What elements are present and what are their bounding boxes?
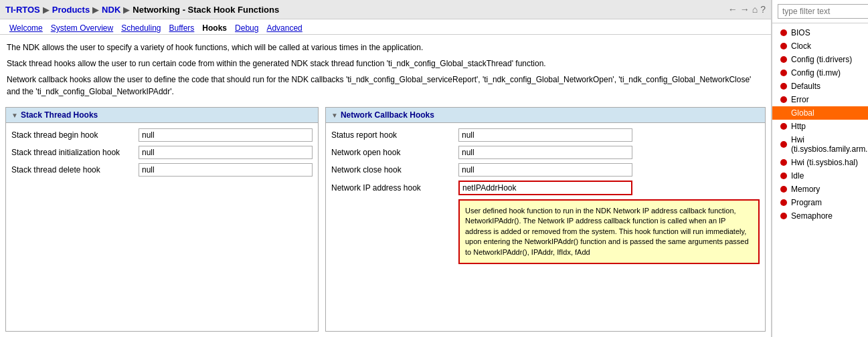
description-area: The NDK allows the user to specify a var… (0, 35, 771, 107)
network-callback-collapse-icon[interactable]: ▼ (331, 112, 338, 119)
sidebar-item-semaphore[interactable]: Semaphore (772, 209, 868, 223)
network-callback-hooks-section: ▼ Network Callback Hooks Status report h… (325, 107, 766, 332)
tab-debug[interactable]: Debug (231, 22, 262, 34)
stack-thread-hooks-header: ▼ Stack Thread Hooks (6, 108, 318, 123)
sidebar-item-label-7: Http (791, 122, 806, 131)
back-icon[interactable]: ← (728, 4, 737, 15)
sidebar-item-label-8: Hwi (ti.sysbios.family.arm.m3) (791, 135, 868, 154)
hooks-container: ▼ Stack Thread Hooks Stack thread begin … (0, 107, 771, 337)
tab-system-overview[interactable]: System Overview (47, 22, 117, 34)
network-callback-hooks-title: Network Callback Hooks (341, 110, 434, 120)
sidebar-item-label-0: BIOS (791, 28, 810, 37)
stack-thread-hooks-title: Stack Thread Hooks (21, 110, 98, 120)
sidebar-item-label-4: Defaults (791, 82, 820, 91)
hook-input-ip[interactable] (458, 181, 632, 195)
sidebar-dot-3 (780, 70, 787, 76)
sidebar-item-hwi-(ti.sysbios.family.arm.m3)[interactable]: Hwi (ti.sysbios.family.arm.m3) (772, 133, 868, 156)
sidebar-item-label-11: Memory (791, 185, 820, 194)
hook-input-begin[interactable] (139, 128, 313, 142)
breadcrumb: TI-RTOS ▶ Products ▶ NDK ▶ Networking - … (5, 5, 279, 15)
sidebar-dot-7 (780, 123, 787, 130)
tooltip-box: User defined hook function to run in the… (458, 199, 760, 264)
hook-row-begin: Stack thread begin hook (11, 128, 313, 142)
sidebar-item-label-1: Clock (791, 41, 811, 51)
sidebar-item-label-13: Semaphore (791, 211, 833, 221)
sidebar-dot-0 (780, 29, 787, 36)
hook-input-open[interactable] (458, 146, 632, 159)
hook-input-close[interactable] (458, 163, 632, 177)
sidebar-item-idle[interactable]: Idle (772, 169, 868, 183)
sidebar-item-config-(ti.mw)[interactable]: Config (ti.mw) (772, 66, 868, 80)
stack-thread-hooks-body: Stack thread begin hook Stack thread ini… (6, 123, 318, 186)
stack-thread-collapse-icon[interactable]: ▼ (11, 112, 18, 119)
hook-label-close: Network close hook (331, 165, 458, 175)
hook-label-ip: Network IP address hook (331, 183, 458, 193)
sidebar-dot-8 (780, 141, 787, 148)
network-callback-hooks-body: Status report hook Network open hook Net… (326, 123, 765, 269)
tab-scheduling[interactable]: Scheduling (117, 22, 165, 34)
sidebar-dot-10 (780, 173, 787, 179)
breadcrumb-tirtos[interactable]: TI-RTOS (5, 5, 40, 15)
sidebar-item-defaults[interactable]: Defaults (772, 80, 868, 93)
hook-row-open: Network open hook (331, 146, 760, 159)
sidebar-dot-13 (780, 213, 787, 219)
sidebar-dot-11 (780, 186, 787, 193)
breadcrumb-current: Networking - Stack Hook Functions (133, 5, 279, 15)
tab-buffers[interactable]: Buffers (165, 22, 199, 34)
hook-row-delete: Stack thread delete hook (11, 163, 313, 177)
sidebar-item-hwi-(ti.sysbios.hal)[interactable]: Hwi (ti.sysbios.hal) (772, 156, 868, 169)
stack-thread-hooks-section: ▼ Stack Thread Hooks Stack thread begin … (5, 107, 319, 332)
breadcrumb-icons: ← → ⌂ ? (728, 4, 766, 15)
sidebar-item-program[interactable]: Program (772, 196, 868, 209)
sidebar-dot-9 (780, 159, 787, 166)
breadcrumb-sep-3: ▶ (123, 5, 130, 15)
forward-icon[interactable]: → (740, 4, 750, 15)
network-callback-hooks-header: ▼ Network Callback Hooks (326, 108, 765, 123)
breadcrumb-ndk[interactable]: NDK (102, 5, 120, 15)
tab-hooks[interactable]: Hooks (198, 22, 231, 34)
sidebar-dot-6 (780, 110, 787, 116)
sidebar-item-memory[interactable]: Memory (772, 183, 868, 196)
description-para3: Network callback hooks allow the user to… (7, 74, 764, 98)
help-icon[interactable]: ? (760, 4, 766, 15)
sidebar-item-label-6: Global (791, 108, 814, 118)
sidebar-dot-2 (780, 56, 787, 63)
hook-input-status[interactable] (458, 128, 632, 142)
sidebar-item-error[interactable]: Error (772, 93, 868, 106)
sidebar-item-label-9: Hwi (ti.sysbios.hal) (791, 158, 858, 167)
tab-welcome[interactable]: Welcome (5, 22, 47, 34)
sidebar-dot-5 (780, 96, 787, 103)
hook-input-delete[interactable] (139, 163, 313, 177)
sidebar-item-bios[interactable]: BIOS (772, 26, 868, 39)
hook-row-close: Network close hook (331, 163, 760, 177)
sidebar-item-config-(ti.drivers)[interactable]: Config (ti.drivers) (772, 53, 868, 66)
hook-label-init: Stack thread initialization hook (11, 148, 139, 157)
hook-label-delete: Stack thread delete hook (11, 165, 139, 175)
description-para1: The NDK allows the user to specify a var… (7, 41, 764, 53)
sidebar-item-label-10: Idle (791, 171, 804, 181)
breadcrumb-bar: TI-RTOS ▶ Products ▶ NDK ▶ Networking - … (0, 0, 771, 19)
sidebar: BIOSClockConfig (ti.drivers)Config (ti.m… (772, 0, 868, 337)
sidebar-item-label-2: Config (ti.drivers) (791, 55, 852, 64)
sidebar-item-clock[interactable]: Clock (772, 39, 868, 53)
hook-row-ip: Network IP address hook (331, 181, 760, 195)
sidebar-item-label-5: Error (791, 95, 809, 104)
home-icon[interactable]: ⌂ (752, 4, 758, 15)
hook-label-begin: Stack thread begin hook (11, 130, 139, 140)
sidebar-dot-1 (780, 43, 787, 49)
breadcrumb-sep-2: ▶ (92, 5, 99, 15)
tab-advanced[interactable]: Advanced (262, 22, 306, 34)
hook-input-init[interactable] (139, 146, 313, 159)
sidebar-filter-input[interactable] (778, 4, 868, 19)
breadcrumb-sep-1: ▶ (43, 5, 50, 15)
sidebar-list: BIOSClockConfig (ti.drivers)Config (ti.m… (772, 23, 868, 337)
nav-tabs: Welcome System Overview Scheduling Buffe… (0, 19, 771, 35)
sidebar-dot-12 (780, 199, 787, 206)
hook-label-open: Network open hook (331, 148, 458, 157)
sidebar-dot-4 (780, 83, 787, 90)
sidebar-item-http[interactable]: Http (772, 120, 868, 133)
hook-label-status: Status report hook (331, 130, 458, 140)
tooltip-text: User defined hook function to run in the… (465, 207, 749, 256)
sidebar-item-global[interactable]: Global (772, 106, 868, 120)
breadcrumb-products[interactable]: Products (52, 5, 90, 15)
